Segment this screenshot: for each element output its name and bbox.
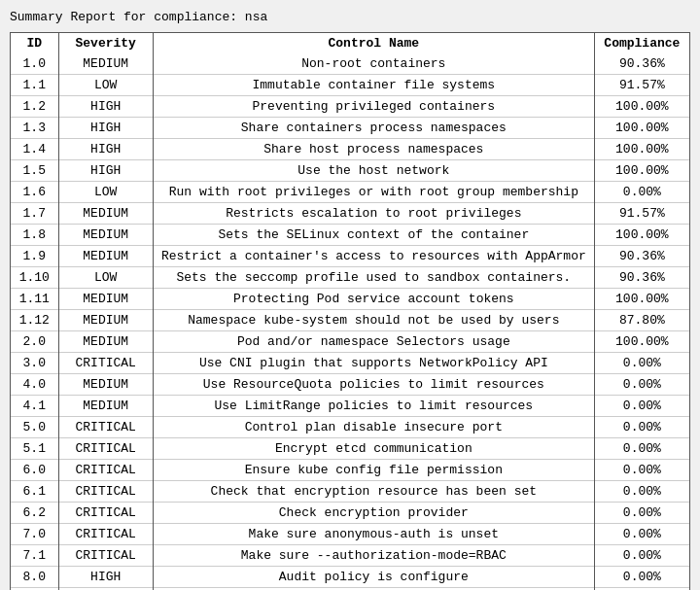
cell-id: 6.2 [11, 503, 58, 524]
cell-severity: MEDIUM [58, 53, 153, 75]
cell-id: 1.7 [11, 203, 58, 225]
cell-id: 4.0 [11, 374, 58, 396]
cell-compliance: 0.00% [594, 353, 689, 374]
cell-severity: HIGH [58, 160, 153, 182]
cell-severity: CRITICAL [58, 503, 153, 524]
cell-id: 1.2 [11, 96, 58, 118]
cell-compliance: 100.00% [594, 331, 689, 353]
table-row: 1.11MEDIUMProtecting Pod service account… [11, 289, 689, 310]
cell-compliance: 0.00% [594, 182, 689, 203]
cell-severity: MEDIUM [58, 396, 153, 417]
table-row: 5.1CRITICALEncrypt etcd communication0.0… [11, 438, 689, 460]
cell-control-name: Make sure --authorization-mode=RBAC [153, 545, 594, 567]
cell-severity: CRITICAL [58, 524, 153, 545]
table-row: 1.0MEDIUMNon-root containers90.36% [11, 53, 689, 75]
cell-control-name: Use ResourceQuota policies to limit reso… [153, 374, 594, 396]
col-header-id: ID [11, 33, 58, 53]
col-header-compliance: Compliance [594, 33, 689, 53]
cell-compliance: 100.00% [594, 118, 689, 139]
cell-control-name: Share host process namespaces [153, 139, 594, 160]
cell-control-name: Namespace kube-system should not be used… [153, 310, 594, 331]
cell-id: 5.1 [11, 438, 58, 460]
cell-control-name: Share containers process namespaces [153, 118, 594, 139]
cell-compliance: 90.36% [594, 267, 689, 289]
cell-compliance: 90.36% [594, 246, 689, 267]
table-row: 4.0MEDIUMUse ResourceQuota policies to l… [11, 374, 689, 396]
cell-id: 6.0 [11, 460, 58, 481]
cell-control-name: Encrypt etcd communication [153, 438, 594, 460]
cell-compliance: 100.00% [594, 139, 689, 160]
cell-severity: HIGH [58, 96, 153, 118]
cell-compliance: 0.00% [594, 396, 689, 417]
cell-compliance: 0.00% [594, 503, 689, 524]
cell-severity: MEDIUM [58, 310, 153, 331]
cell-id: 1.1 [11, 75, 58, 96]
table-row: 7.1CRITICALMake sure --authorization-mod… [11, 545, 689, 567]
cell-control-name: Preventing privileged containers [153, 96, 594, 118]
cell-compliance: 91.57% [594, 75, 689, 96]
cell-id: 1.5 [11, 160, 58, 182]
cell-id: 1.4 [11, 139, 58, 160]
table-row: 1.4HIGHShare host process namespaces100.… [11, 139, 689, 160]
cell-id: 5.0 [11, 417, 58, 438]
cell-severity: LOW [58, 267, 153, 289]
cell-compliance: 100.00% [594, 96, 689, 118]
table-row: 4.1MEDIUMUse LimitRange policies to limi… [11, 396, 689, 417]
cell-control-name: Non-root containers [153, 53, 594, 75]
cell-id: 1.0 [11, 53, 58, 75]
table-row: 6.1CRITICALCheck that encryption resourc… [11, 481, 689, 503]
cell-control-name: Immutable container file systems [153, 75, 594, 96]
cell-id: 4.1 [11, 396, 58, 417]
cell-compliance: 0.00% [594, 374, 689, 396]
table-row: 1.6LOWRun with root privileges or with r… [11, 182, 689, 203]
cell-compliance: 0.00% [594, 567, 689, 588]
cell-compliance: 0.00% [594, 481, 689, 503]
cell-id: 2.0 [11, 331, 58, 353]
cell-control-name: Check that encryption resource has been … [153, 481, 594, 503]
cell-id: 6.1 [11, 481, 58, 503]
table-row: 6.0CRITICALEnsure kube config file permi… [11, 460, 689, 481]
cell-compliance: 87.80% [594, 310, 689, 331]
cell-control-name: Sets the SELinux context of the containe… [153, 225, 594, 246]
cell-compliance: 0.00% [594, 417, 689, 438]
cell-severity: HIGH [58, 567, 153, 588]
cell-compliance: 100.00% [594, 225, 689, 246]
cell-control-name: Audit policy is configure [153, 567, 594, 588]
report-title: Summary Report for compliance: nsa [10, 10, 690, 24]
cell-id: 1.3 [11, 118, 58, 139]
cell-control-name: Pod and/or namespace Selectors usage [153, 331, 594, 353]
cell-severity: MEDIUM [58, 374, 153, 396]
cell-severity: CRITICAL [58, 353, 153, 374]
cell-compliance: 100.00% [594, 160, 689, 182]
cell-control-name: Protecting Pod service account tokens [153, 289, 594, 310]
cell-severity: CRITICAL [58, 545, 153, 567]
table-row: 1.10LOWSets the seccomp profile used to … [11, 267, 689, 289]
table-row: 1.5HIGHUse the host network100.00% [11, 160, 689, 182]
table-row: 1.9MEDIUMRestrict a container's access t… [11, 246, 689, 267]
table-row: 1.2HIGHPreventing privileged containers1… [11, 96, 689, 118]
cell-severity: MEDIUM [58, 331, 153, 353]
cell-severity: CRITICAL [58, 417, 153, 438]
table-row: 3.0CRITICALUse CNI plugin that supports … [11, 353, 689, 374]
cell-compliance: 91.57% [594, 203, 689, 225]
cell-control-name: Restrict a container's access to resourc… [153, 246, 594, 267]
cell-id: 1.6 [11, 182, 58, 203]
cell-id: 8.0 [11, 567, 58, 588]
table-row: 1.1LOWImmutable container file systems91… [11, 75, 689, 96]
cell-severity: HIGH [58, 139, 153, 160]
cell-severity: CRITICAL [58, 481, 153, 503]
cell-id: 1.8 [11, 225, 58, 246]
cell-control-name: Run with root privileges or with root gr… [153, 182, 594, 203]
cell-control-name: Use LimitRange policies to limit resourc… [153, 396, 594, 417]
table-header-row: ID Severity Control Name Compliance [11, 33, 689, 53]
cell-severity: HIGH [58, 118, 153, 139]
col-header-control: Control Name [153, 33, 594, 53]
cell-severity: MEDIUM [58, 289, 153, 310]
cell-id: 7.0 [11, 524, 58, 545]
cell-severity: CRITICAL [58, 438, 153, 460]
cell-control-name: Sets the seccomp profile used to sandbox… [153, 267, 594, 289]
table-row: 6.2CRITICALCheck encryption provider0.00… [11, 503, 689, 524]
table-row: 5.0CRITICALControl plan disable insecure… [11, 417, 689, 438]
cell-control-name: Make sure anonymous-auth is unset [153, 524, 594, 545]
col-header-severity: Severity [58, 33, 153, 53]
